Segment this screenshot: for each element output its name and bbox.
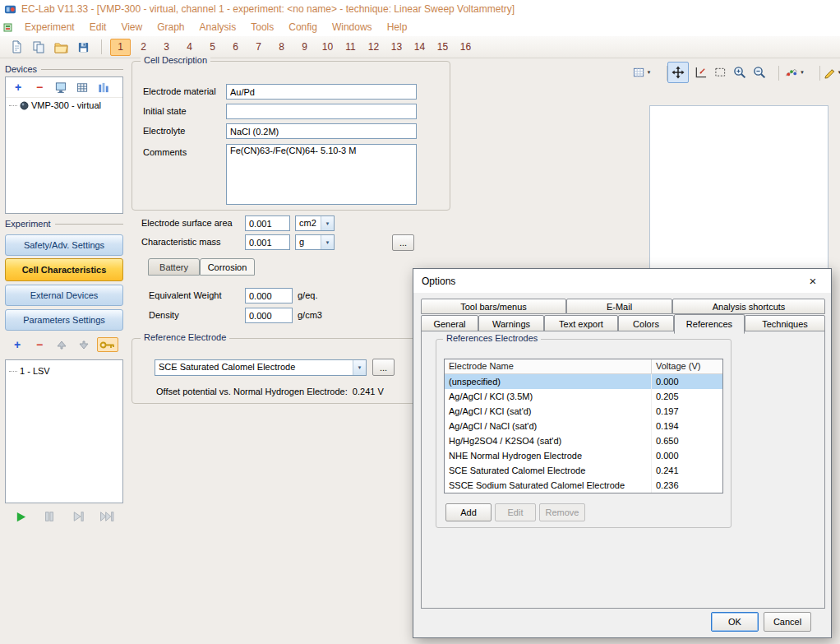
chevron-down-icon[interactable]: ▼ — [321, 216, 334, 230]
tab-general[interactable]: General — [421, 315, 478, 332]
device-columns-button[interactable] — [95, 80, 113, 95]
tab-email[interactable]: E-Mail — [566, 299, 672, 314]
tab-corrosion[interactable]: Corrosion — [200, 258, 255, 276]
channel-8-button[interactable]: 8 — [271, 39, 292, 56]
menu-config[interactable]: Config — [281, 18, 325, 36]
tab-text-export[interactable]: Text export — [544, 315, 618, 332]
cell-characteristics-button[interactable]: Cell Characteristics — [5, 258, 123, 281]
pause-button[interactable] — [39, 507, 60, 526]
menu-view[interactable]: View — [113, 18, 150, 36]
chevron-down-icon[interactable]: ▼ — [321, 235, 334, 249]
device-monitor-button[interactable] — [52, 80, 70, 95]
tab-battery[interactable]: Battery — [148, 258, 200, 276]
edit-button[interactable]: Edit — [495, 503, 536, 521]
trace-style-button[interactable]: ▼ — [779, 63, 810, 82]
tab-toolbars-menus[interactable]: Tool bars/menus — [421, 299, 566, 314]
reference-more-button[interactable]: ... — [372, 359, 395, 376]
menu-help[interactable]: Help — [380, 18, 415, 36]
menu-tools[interactable]: Tools — [243, 18, 281, 36]
channel-11-button[interactable]: 11 — [340, 39, 361, 56]
table-row[interactable]: SSCE Sodium Saturated Calomel Electrode … — [445, 478, 722, 493]
go-to-end-button[interactable] — [96, 507, 118, 526]
table-row[interactable]: Hg/Hg2SO4 / K2SO4 (sat'd) 0.650 — [445, 433, 722, 448]
menu-experiment[interactable]: Experiment — [17, 18, 82, 36]
characteristic-mass-input[interactable] — [245, 234, 290, 250]
safety-settings-button[interactable]: Safety/Adv. Settings — [5, 234, 123, 256]
channel-1-button[interactable]: 1 — [110, 39, 131, 56]
zoom-out-button[interactable] — [750, 63, 769, 82]
dialog-close-button[interactable]: × — [795, 269, 831, 293]
graph-style-button[interactable]: ▼ — [819, 63, 840, 82]
channel-5-button[interactable]: 5 — [202, 39, 223, 56]
channel-7-button[interactable]: 7 — [248, 39, 269, 56]
save-settings-button[interactable] — [73, 38, 93, 56]
tab-analysis-shortcuts[interactable]: Analysis shortcuts — [672, 299, 825, 314]
tab-warnings[interactable]: Warnings — [478, 315, 544, 332]
table-row[interactable]: (unspecified) 0.000 — [445, 374, 722, 389]
equivalent-weight-input[interactable] — [245, 288, 293, 303]
chevron-down-icon[interactable]: ▼ — [353, 360, 366, 375]
graph-layout-button[interactable]: ▼ — [626, 63, 658, 82]
device-tree-item[interactable]: VMP-300 - virtual — [6, 98, 122, 110]
channel-12-button[interactable]: 12 — [363, 39, 384, 56]
open-settings-button[interactable] — [51, 38, 71, 56]
menu-analysis[interactable]: Analysis — [192, 18, 244, 36]
copy-settings-button[interactable] — [29, 38, 48, 56]
table-row[interactable]: Ag/AgCl / KCl (3.5M) 0.205 — [445, 389, 722, 404]
menu-edit[interactable]: Edit — [82, 18, 114, 36]
menu-windows[interactable]: Windows — [325, 18, 380, 36]
channel-10-button[interactable]: 10 — [317, 39, 338, 56]
mass-unit-combo[interactable]: g ▼ — [295, 234, 335, 250]
channel-4-button[interactable]: 4 — [179, 39, 200, 56]
remove-device-button[interactable]: − — [30, 80, 48, 95]
channel-3-button[interactable]: 3 — [156, 39, 177, 56]
run-button[interactable] — [10, 507, 31, 526]
device-table-button[interactable] — [73, 80, 91, 95]
external-devices-button[interactable]: External Devices — [5, 285, 123, 306]
column-voltage[interactable]: Voltage (V) — [652, 359, 722, 373]
tab-references[interactable]: References — [674, 314, 745, 334]
tab-colors[interactable]: Colors — [618, 315, 674, 332]
zoom-in-button[interactable] — [730, 63, 750, 82]
electrode-material-input[interactable] — [226, 84, 417, 100]
electrolyte-input[interactable] — [226, 123, 417, 139]
initial-state-input[interactable] — [226, 104, 417, 119]
ok-button[interactable]: OK — [711, 612, 759, 632]
column-electrode-name[interactable]: Electrode Name — [445, 359, 652, 373]
move-down-button[interactable] — [75, 337, 93, 352]
channel-9-button[interactable]: 9 — [294, 39, 315, 56]
density-input[interactable] — [245, 308, 293, 323]
reference-electrode-combo[interactable]: SCE Saturated Calomel Electrode ▼ — [155, 359, 367, 376]
mass-more-button[interactable]: ... — [392, 234, 414, 251]
add-button[interactable]: Add — [445, 503, 492, 521]
remove-button[interactable]: Remove — [539, 503, 585, 521]
surface-area-input[interactable] — [245, 215, 290, 231]
channel-2-button[interactable]: 2 — [133, 39, 154, 56]
pan-tool-button[interactable] — [667, 62, 689, 83]
channel-13-button[interactable]: 13 — [386, 39, 407, 56]
move-up-button[interactable] — [53, 337, 71, 352]
next-technique-button[interactable] — [67, 507, 89, 526]
channel-16-button[interactable]: 16 — [455, 39, 476, 56]
add-device-button[interactable]: + — [9, 80, 27, 95]
menu-graph[interactable]: Graph — [150, 18, 192, 36]
table-row[interactable]: Ag/AgCl / KCl (sat'd) 0.197 — [445, 404, 722, 419]
table-row[interactable]: Ag/AgCl / NaCl (sat'd) 0.194 — [445, 419, 722, 433]
technique-tree-item[interactable]: 1 - LSV — [6, 360, 122, 376]
comments-textarea[interactable] — [226, 144, 417, 205]
cancel-button[interactable]: Cancel — [764, 612, 811, 632]
surface-area-unit-combo[interactable]: cm2 ▼ — [295, 215, 335, 231]
channel-6-button[interactable]: 6 — [225, 39, 246, 56]
zoom-box-button[interactable] — [710, 63, 730, 82]
channel-15-button[interactable]: 15 — [432, 39, 453, 56]
parameters-settings-button[interactable]: Parameters Settings — [5, 309, 123, 331]
axis-cursor-button[interactable] — [690, 63, 710, 82]
table-row[interactable]: NHE Normal Hydrogen Electrode 0.000 — [445, 448, 722, 463]
channel-14-button[interactable]: 14 — [409, 39, 430, 56]
new-settings-button[interactable] — [7, 38, 26, 56]
tab-techniques[interactable]: Techniques — [745, 315, 825, 332]
table-row[interactable]: SCE Saturated Calomel Electrode 0.241 — [445, 463, 722, 478]
remove-technique-button[interactable]: − — [30, 337, 48, 352]
modify-technique-button[interactable] — [97, 337, 118, 352]
add-technique-button[interactable]: + — [8, 337, 26, 352]
